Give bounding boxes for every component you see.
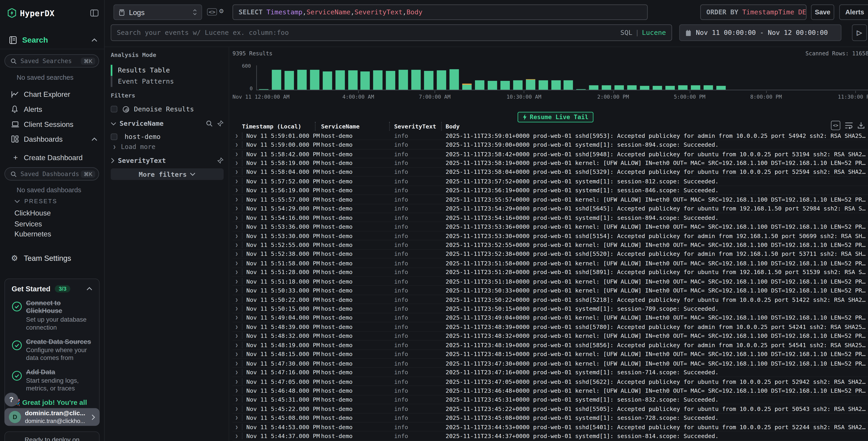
row-expand-icon[interactable]: ❯ — [232, 251, 242, 257]
row-expand-icon[interactable]: ❯ — [232, 288, 242, 293]
chart-bar[interactable] — [626, 66, 639, 90]
row-expand-icon[interactable]: ❯ — [232, 360, 242, 366]
log-row[interactable]: ❯Nov 11 5:59:00.000 PMhost-demoinfo2025-… — [232, 140, 868, 149]
pin-icon[interactable] — [217, 120, 224, 127]
log-row[interactable]: ❯Nov 11 5:51:18.000 PMhost-demoinfo2025-… — [232, 277, 868, 286]
col-severitytext[interactable]: SeverityText — [394, 123, 436, 129]
row-expand-icon[interactable]: ❯ — [232, 160, 242, 166]
log-row[interactable]: ❯Nov 11 5:51:58.000 PMhost-demoinfo2025-… — [232, 259, 868, 268]
download-icon[interactable] — [858, 122, 865, 129]
chart-bar[interactable] — [664, 66, 677, 90]
log-row[interactable]: ❯Nov 11 5:54:29.000 PMhost-demoinfo2025-… — [232, 204, 868, 213]
orderby-clause-input[interactable]: ORDER BY TimestampTime DESC — [700, 4, 807, 20]
chart-bar[interactable] — [499, 66, 512, 90]
log-row[interactable]: ❯Nov 11 5:44:53.000 PMhost-demoinfo2025-… — [232, 422, 868, 432]
preset-services[interactable]: Services — [14, 220, 42, 228]
col-timestamp[interactable]: Timestamp (Local) — [242, 123, 301, 129]
chart-bar[interactable] — [765, 66, 778, 90]
search-icon[interactable] — [206, 120, 212, 127]
chevron-up-icon[interactable] — [91, 137, 97, 141]
chart-bar[interactable] — [473, 66, 486, 90]
event-search-input[interactable]: Search your events w/ Lucene ex. column:… — [111, 24, 672, 41]
row-expand-icon[interactable]: ❯ — [232, 424, 242, 430]
log-row[interactable]: ❯Nov 11 5:58:42.000 PMhost-demoinfo2025-… — [232, 149, 868, 158]
language-toggle-lucene[interactable]: Lucene — [642, 29, 666, 36]
sidebar-item-team-settings[interactable]: ⚙ Team Settings — [0, 252, 104, 264]
select-clause-input[interactable]: SELECT Timestamp,ServiceName,SeverityTex… — [232, 4, 648, 20]
run-query-button[interactable]: ▷ — [852, 24, 867, 41]
host-demo-checkbox[interactable] — [111, 133, 117, 140]
mode-event-patterns[interactable]: Event Patterns — [111, 76, 224, 87]
sidebar-item-dashboards[interactable]: Dashboards — [0, 133, 104, 145]
chart-bar[interactable] — [587, 66, 600, 90]
col-servicename[interactable]: ServiceName — [321, 123, 360, 129]
log-row[interactable]: ❯Nov 11 5:50:15.000 PMhost-demoinfo2025-… — [232, 304, 868, 313]
row-expand-icon[interactable]: ❯ — [232, 178, 242, 184]
get-started-item[interactable]: Connect to ClickHouseSet up your databas… — [11, 299, 92, 331]
log-row[interactable]: ❯Nov 11 5:46:48.000 PMhost-demoinfo2025-… — [232, 386, 868, 395]
alerts-button[interactable]: Alerts — [839, 4, 868, 20]
filter-group-severitytext[interactable]: SeverityText — [111, 155, 224, 166]
sidebar-collapse-icon[interactable] — [90, 9, 98, 17]
row-expand-icon[interactable]: ❯ — [232, 415, 242, 420]
denoise-checkbox[interactable] — [111, 106, 117, 112]
chart-bar[interactable] — [283, 66, 296, 90]
row-expand-icon[interactable]: ❯ — [232, 406, 242, 411]
chart-bar[interactable] — [689, 66, 702, 90]
chart-bar[interactable] — [524, 66, 537, 90]
create-dashboard-button[interactable]: + Create Dashboard — [0, 151, 104, 163]
log-row[interactable]: ❯Nov 11 5:52:38.000 PMhost-demoinfo2025-… — [232, 249, 868, 259]
presets-toggle[interactable]: PRESETS — [14, 198, 57, 204]
chart-bar[interactable] — [752, 66, 765, 90]
chart-bar[interactable] — [727, 66, 740, 90]
sidebar-item-search[interactable]: Search — [9, 35, 97, 45]
column-separator[interactable] — [315, 122, 315, 131]
chart-bar[interactable] — [308, 66, 321, 90]
chevron-up-icon[interactable] — [91, 38, 97, 42]
row-expand-icon[interactable]: ❯ — [232, 205, 242, 211]
row-expand-icon[interactable]: ❯ — [232, 333, 242, 339]
row-expand-icon[interactable]: ❯ — [232, 169, 242, 175]
row-expand-icon[interactable]: ❯ — [232, 151, 242, 156]
preset-kubernetes[interactable]: Kubernetes — [14, 230, 51, 238]
chart-bar[interactable] — [613, 66, 626, 90]
column-separator[interactable] — [389, 122, 390, 131]
row-expand-icon[interactable]: ❯ — [232, 224, 242, 229]
log-row[interactable]: ❯Nov 11 5:50:33.000 PMhost-demoinfo2025-… — [232, 286, 868, 295]
chart-bar[interactable] — [372, 66, 384, 90]
mode-results-table[interactable]: Results Table — [111, 65, 224, 76]
log-row[interactable]: ❯Nov 11 5:45:31.000 PMhost-demoinfo2025-… — [232, 395, 868, 404]
row-expand-icon[interactable]: ❯ — [232, 197, 242, 202]
chart-bar[interactable] — [829, 66, 842, 90]
row-expand-icon[interactable]: ❯ — [232, 260, 242, 266]
chart-bar[interactable] — [791, 66, 804, 90]
filter-group-servicename[interactable]: ServiceName — [111, 118, 224, 128]
chart-bar[interactable] — [448, 66, 461, 90]
log-row[interactable]: ❯Nov 11 5:48:15.000 PMhost-demoinfo2025-… — [232, 350, 868, 359]
chart-bar[interactable] — [410, 66, 423, 90]
row-expand-icon[interactable]: ❯ — [232, 370, 242, 375]
pin-icon[interactable] — [217, 157, 224, 164]
chart-bar[interactable] — [423, 66, 435, 90]
row-expand-icon[interactable]: ❯ — [232, 269, 242, 275]
row-expand-icon[interactable]: ❯ — [232, 297, 242, 302]
chart-bar[interactable] — [702, 66, 715, 90]
log-row[interactable]: ❯Nov 11 5:48:32.000 PMhost-demoinfo2025-… — [232, 331, 868, 341]
row-expand-icon[interactable]: ❯ — [232, 142, 242, 147]
chart-bar[interactable] — [740, 66, 752, 90]
log-row[interactable]: ❯Nov 11 5:59:01.000 PMhost-demoinfo2025-… — [232, 131, 868, 140]
log-row[interactable]: ❯Nov 11 5:50:22.000 PMhost-demoinfo2025-… — [232, 295, 868, 304]
chart-bar[interactable] — [677, 66, 689, 90]
log-row[interactable]: ❯Nov 11 5:49:04.000 PMhost-demoinfo2025-… — [232, 313, 868, 322]
row-expand-icon[interactable]: ❯ — [232, 278, 242, 284]
row-expand-icon[interactable]: ❯ — [232, 306, 242, 311]
log-row[interactable]: ❯Nov 11 5:48:39.000 PMhost-demoinfo2025-… — [232, 322, 868, 331]
log-row[interactable]: ❯Nov 11 5:47:05.000 PMhost-demoinfo2025-… — [232, 377, 868, 386]
denoise-results-toggle[interactable]: Denoise Results — [111, 104, 224, 114]
log-row[interactable]: ❯Nov 11 5:57:52.000 PMhost-demoinfo2025-… — [232, 177, 868, 186]
col-body[interactable]: Body — [445, 123, 460, 129]
log-row[interactable]: ❯Nov 11 5:51:28.000 PMhost-demoinfo2025-… — [232, 268, 868, 277]
filter-value-host-demo[interactable]: host-demo — [111, 132, 224, 141]
chart-bar[interactable] — [296, 66, 308, 90]
get-started-item[interactable]: Add DataStart sending logs, metrics, or … — [11, 368, 92, 392]
